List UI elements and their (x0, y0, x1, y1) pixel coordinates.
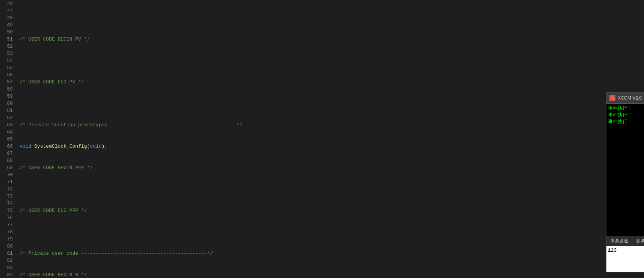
terminal-output[interactable]: 事件执行！事件执行！事件执行！ (606, 104, 644, 236)
send-input[interactable]: 123 (606, 246, 644, 272)
tab-multi-send[interactable]: 多条发送 (632, 236, 644, 246)
tab-single-send[interactable]: 单条发送 (606, 236, 632, 246)
code-editor: 46 47 48 49 50 51 52 53 54 55 56 57 58 5… (0, 0, 302, 278)
terminal-input-area: 123 (606, 246, 644, 272)
xcom-titlebar: 🔧 XCOM V2.0 — □ ✕ (606, 92, 644, 104)
line-numbers: 46 47 48 49 50 51 52 53 54 55 56 57 58 5… (0, 0, 16, 278)
xcom-body: 事件执行！事件执行！事件执行！ 单条发送 多条发送 协议传输 帮助 123 串口… (606, 104, 644, 272)
terminal-tabs: 单条发送 多条发送 协议传输 帮助 (606, 236, 644, 246)
xcom-title: XCOM V2.0 (618, 95, 644, 101)
xcom-panel: 🔧 XCOM V2.0 — □ ✕ 事件执行！事件执行！事件执行！ 单条发送 多… (606, 92, 644, 272)
code-content[interactable]: /* USER CODE BEGIN PV */ /* USER CODE EN… (16, 0, 302, 278)
terminal-area: 事件执行！事件执行！事件执行！ 单条发送 多条发送 协议传输 帮助 123 (606, 104, 644, 272)
xcom-icon: 🔧 (609, 95, 615, 101)
terminal-text: 事件执行！事件执行！事件执行！ (608, 105, 644, 125)
